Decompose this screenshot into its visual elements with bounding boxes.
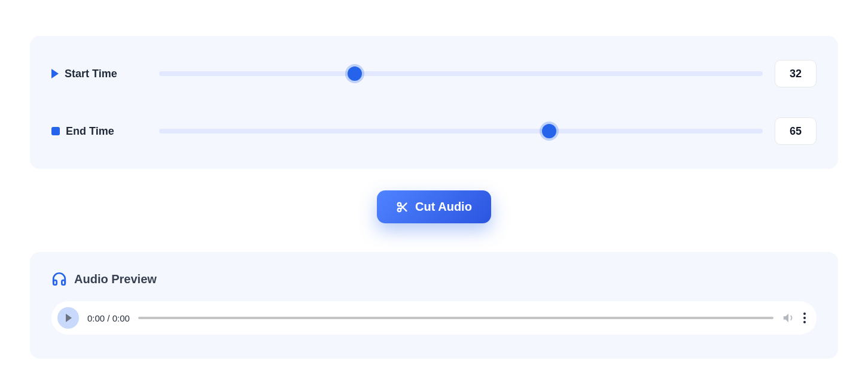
cut-audio-button[interactable]: Cut Audio [377, 190, 491, 223]
play-icon [51, 69, 59, 78]
end-time-label: End Time [66, 125, 114, 138]
start-time-input[interactable] [775, 60, 817, 87]
preview-header: Audio Preview [51, 271, 817, 287]
audio-player: 0:00 / 0:00 [51, 301, 817, 335]
audio-progress-bar[interactable] [138, 317, 773, 319]
end-time-slider[interactable] [159, 129, 763, 134]
headphones-icon [51, 271, 67, 287]
cut-button-row: Cut Audio [30, 190, 838, 223]
start-time-slider-wrap [159, 71, 763, 76]
audio-time-display: 0:00 / 0:00 [87, 313, 130, 323]
end-time-slider-wrap [159, 129, 763, 134]
audio-play-button[interactable] [57, 307, 79, 329]
start-time-row: Start Time [51, 60, 817, 87]
stop-icon [51, 127, 60, 135]
preview-title: Audio Preview [74, 272, 157, 286]
scissors-icon [396, 201, 409, 214]
volume-icon[interactable] [782, 311, 795, 325]
start-time-slider[interactable] [159, 71, 763, 76]
end-time-label-group: End Time [51, 125, 147, 138]
start-time-label: Start Time [65, 68, 117, 80]
play-triangle-icon [66, 314, 72, 322]
time-range-panel: Start Time End Time [30, 36, 838, 169]
cut-audio-label: Cut Audio [415, 200, 472, 214]
end-time-row: End Time [51, 117, 817, 145]
start-time-label-group: Start Time [51, 68, 147, 80]
end-time-input[interactable] [775, 117, 817, 145]
audio-preview-panel: Audio Preview 0:00 / 0:00 [30, 252, 838, 359]
audio-more-menu[interactable] [803, 313, 806, 323]
